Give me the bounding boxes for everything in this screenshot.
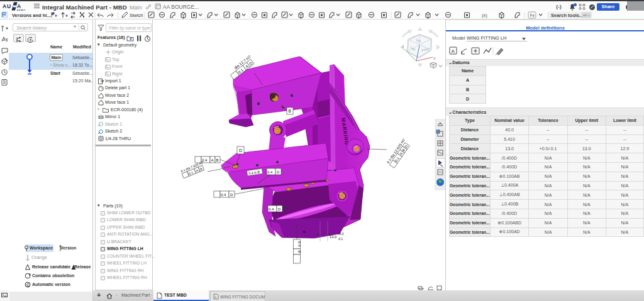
svg-text:D: D xyxy=(277,170,280,174)
svg-text:D: D xyxy=(239,148,242,153)
svg-text:0.4: 0.4 xyxy=(267,170,273,174)
svg-text:13.0: 13.0 xyxy=(330,235,336,239)
svg-text:Sketch: Sketch xyxy=(130,13,143,18)
svg-text:(x): (x) xyxy=(482,13,487,18)
svg-text:C: C xyxy=(26,283,30,287)
svg-text:Top: Top xyxy=(416,38,421,43)
svg-text:0.4: 0.4 xyxy=(269,207,274,211)
svg-text:B: B xyxy=(297,251,301,253)
svg-text:A: A xyxy=(3,3,6,9)
svg-text:+0.0: +0.0 xyxy=(338,233,344,236)
svg-text:Y: Y xyxy=(402,45,404,49)
svg-text:alt/ c: alt/ c xyxy=(583,13,590,17)
svg-text:0.4: 0.4 xyxy=(221,193,226,197)
svg-text:A: A xyxy=(452,48,455,54)
svg-text:U: U xyxy=(7,3,11,9)
svg-text:D: D xyxy=(278,207,281,211)
svg-text:0.4: 0.4 xyxy=(202,158,208,162)
svg-text:D: D xyxy=(230,193,233,197)
svg-text:0.4: 0.4 xyxy=(297,241,301,247)
svg-text:X: X xyxy=(433,57,436,60)
svg-text:B: B xyxy=(289,109,291,113)
svg-text:Fe: Fe xyxy=(530,13,535,18)
svg-text:-0.1: -0.1 xyxy=(338,238,343,241)
svg-text:A: A xyxy=(214,296,216,299)
svg-text:A: A xyxy=(211,158,214,162)
svg-text:Versions and hi...: Versions and hi... xyxy=(12,13,51,18)
svg-text:B: B xyxy=(216,158,219,162)
svg-text:Search tools...: Search tools... xyxy=(551,13,583,18)
